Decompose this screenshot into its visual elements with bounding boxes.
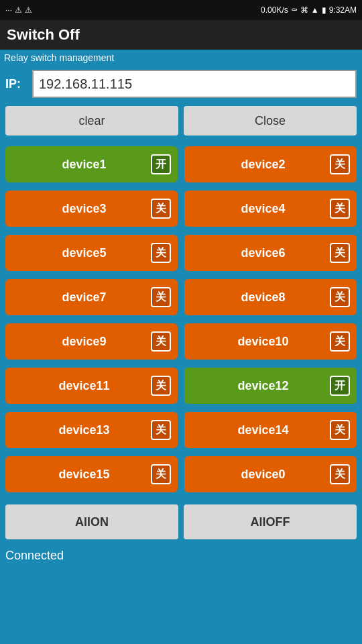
device-label-device10: device10 xyxy=(196,335,330,349)
ip-label: IP: xyxy=(5,77,27,91)
device-label-device15: device15 xyxy=(17,468,151,482)
device-icon-device2: 关 xyxy=(330,154,350,174)
device-button-device10[interactable]: device10关 xyxy=(184,323,357,360)
device-label-device5: device5 xyxy=(17,246,151,260)
device-label-device3: device3 xyxy=(17,202,151,216)
device-icon-device1: 开 xyxy=(151,154,171,174)
device-grid: device1开device2关device3关device4关device5关… xyxy=(0,140,362,499)
device-button-device14[interactable]: device14关 xyxy=(184,412,357,448)
device-button-device8[interactable]: device8关 xyxy=(184,279,357,315)
connection-status-text: Connected xyxy=(5,549,64,562)
page-title: Switch Off xyxy=(7,26,80,44)
ip-input[interactable] xyxy=(32,70,357,98)
device-button-device0[interactable]: device0关 xyxy=(184,456,357,492)
network-speed: 0.00K/s xyxy=(261,5,288,15)
device-icon-device7: 关 xyxy=(151,287,171,307)
device-icon-device14: 关 xyxy=(330,420,350,440)
subtitle: Relay switch management xyxy=(0,50,362,66)
device-button-device3[interactable]: device3关 xyxy=(5,191,178,227)
connection-status: Connected xyxy=(0,545,362,567)
device-icon-device9: 关 xyxy=(151,331,171,352)
device-label-device6: device6 xyxy=(196,246,330,260)
device-icon-device4: 关 xyxy=(330,199,350,219)
status-bar: ··· ⚠ ⚠ 0.00K/s ⚰ ⌘ ▲ ▮ 9:32AM xyxy=(0,0,362,20)
device-label-device12: device12 xyxy=(196,379,330,393)
device-label-device14: device14 xyxy=(196,423,330,437)
device-label-device9: device9 xyxy=(17,335,151,349)
device-button-device7[interactable]: device7关 xyxy=(5,279,178,315)
device-button-device15[interactable]: device15关 xyxy=(5,456,178,492)
device-button-device4[interactable]: device4关 xyxy=(184,191,357,227)
bluetooth-icon: ⚰ xyxy=(291,5,298,15)
warning-icon-2: ⚠ xyxy=(25,5,32,15)
device-button-device12[interactable]: device12开 xyxy=(184,368,357,404)
wifi-icon: ⌘ xyxy=(300,5,308,15)
device-icon-device5: 关 xyxy=(151,243,171,263)
device-label-device1: device1 xyxy=(17,158,151,172)
device-icon-device11: 关 xyxy=(151,376,171,396)
device-label-device7: device7 xyxy=(17,290,151,305)
device-label-device4: device4 xyxy=(196,202,330,216)
control-buttons-row: clear Close xyxy=(0,102,362,140)
all-off-button[interactable]: AllOFF xyxy=(184,504,357,539)
device-label-device13: device13 xyxy=(17,423,151,437)
device-label-device2: device2 xyxy=(196,158,330,172)
device-button-device9[interactable]: device9关 xyxy=(5,323,178,360)
title-bar: Switch Off xyxy=(0,20,362,50)
device-label-device8: device8 xyxy=(196,290,330,305)
clear-button[interactable]: clear xyxy=(5,106,178,136)
device-icon-device3: 关 xyxy=(151,199,171,219)
device-icon-device10: 关 xyxy=(330,331,350,352)
device-icon-device15: 关 xyxy=(151,464,171,484)
close-button[interactable]: Close xyxy=(184,106,357,136)
warning-icon-1: ⚠ xyxy=(15,5,22,15)
bottom-row: AllON AllOFF xyxy=(0,499,362,545)
device-icon-device12: 开 xyxy=(330,376,350,396)
subtitle-text: Relay switch management xyxy=(4,52,114,63)
clock: 9:32AM xyxy=(329,5,357,15)
device-button-device5[interactable]: device5关 xyxy=(5,235,178,271)
device-icon-device6: 关 xyxy=(330,243,350,263)
all-on-button[interactable]: AllON xyxy=(5,504,178,539)
device-icon-device0: 关 xyxy=(330,464,350,484)
device-button-device1[interactable]: device1开 xyxy=(5,146,178,182)
device-icon-device8: 关 xyxy=(330,287,350,307)
device-button-device13[interactable]: device13关 xyxy=(5,412,178,448)
ip-row: IP: xyxy=(0,66,362,102)
device-label-device0: device0 xyxy=(196,468,330,482)
signal-icon: ▲ xyxy=(311,5,319,15)
battery-icon: ▮ xyxy=(322,5,326,15)
device-button-device11[interactable]: device11关 xyxy=(5,368,178,404)
notification-dots: ··· xyxy=(5,5,12,15)
device-button-device2[interactable]: device2关 xyxy=(184,146,357,182)
device-icon-device13: 关 xyxy=(151,420,171,440)
device-label-device11: device11 xyxy=(17,379,151,393)
device-button-device6[interactable]: device6关 xyxy=(184,235,357,271)
